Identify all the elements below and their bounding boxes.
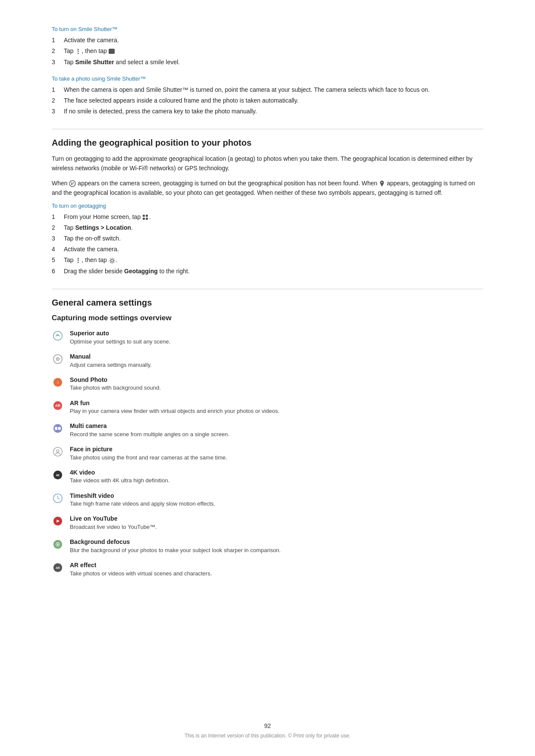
step-item: 2 The face selected appears inside a col… bbox=[52, 96, 483, 105]
svg-point-17 bbox=[53, 447, 62, 456]
mode-desc: Broadcast live video to YouTube™. bbox=[70, 523, 157, 531]
svg-text:♪: ♪ bbox=[57, 380, 59, 384]
svg-text:AR: AR bbox=[56, 566, 60, 569]
svg-text:AR: AR bbox=[55, 403, 60, 408]
mode-item-sound-photo: ♪ Sound Photo Take photos with backgroun… bbox=[52, 376, 483, 392]
svg-rect-16 bbox=[58, 427, 61, 430]
mode-title: AR fun bbox=[70, 399, 279, 408]
mode-item-timeshift: Timeshift video Take high frame rate vid… bbox=[52, 492, 483, 508]
svg-point-14 bbox=[53, 424, 62, 433]
take-photo-steps-list: 1 When the camera is open and Smile Shut… bbox=[52, 85, 483, 116]
multi-camera-icon bbox=[52, 422, 64, 434]
geotagging-intro1: Turn on geotagging to add the approximat… bbox=[52, 154, 483, 173]
mode-title: Manual bbox=[70, 353, 152, 361]
mode-desc: Adjust camera settings manually. bbox=[70, 361, 152, 369]
dots-icon: ⋮ bbox=[75, 47, 81, 56]
step-item: 3 Tap the on-off switch. bbox=[52, 234, 483, 243]
turn-on-geotagging-link[interactable]: To turn on geotagging bbox=[52, 203, 483, 209]
mode-desc: Take high frame rate videos and apply sl… bbox=[70, 500, 215, 508]
geotagging-intro2: When appears on the camera screen, geota… bbox=[52, 178, 483, 198]
mode-title: 4K video bbox=[70, 469, 169, 477]
mode-desc: Take photos using the front and rear cam… bbox=[70, 454, 227, 462]
svg-point-18 bbox=[56, 450, 59, 452]
mode-item-youtube: Live on YouTube Broadcast live video to … bbox=[52, 515, 483, 531]
gear-icon bbox=[109, 257, 116, 264]
timeshift-icon bbox=[52, 492, 64, 504]
step-item: 1 When the camera is open and Smile Shut… bbox=[52, 85, 483, 94]
mode-desc: Play in your camera view finder with vir… bbox=[70, 407, 279, 415]
svg-point-5 bbox=[111, 259, 113, 262]
mode-item-4k-video: 4K 4K video Take videos with 4K ultra hi… bbox=[52, 469, 483, 485]
manual-icon bbox=[52, 353, 64, 365]
mode-title: Live on YouTube bbox=[70, 515, 157, 523]
location-icon bbox=[379, 180, 385, 187]
mode-desc: Record the same scene from multiple angl… bbox=[70, 431, 229, 438]
geotagging-steps-list: 1 From your Home screen, tap . 2 Tap Set… bbox=[52, 212, 483, 276]
page-number: 92 bbox=[0, 722, 535, 729]
mode-desc: Optimise your settings to suit any scene… bbox=[70, 338, 170, 346]
page-footer: 92 This is an Internet version of this p… bbox=[0, 722, 535, 739]
svg-point-9 bbox=[57, 359, 59, 360]
mode-title: Sound Photo bbox=[70, 376, 161, 384]
mode-desc: Take photos or videos with virtual scene… bbox=[70, 570, 212, 578]
mode-desc: Blur the background of your photos to ma… bbox=[70, 547, 281, 554]
svg-rect-2 bbox=[146, 215, 148, 217]
grid-icon bbox=[142, 214, 149, 221]
step-item: 1 Activate the camera. bbox=[52, 36, 483, 45]
mode-item-multi-camera: Multi camera Record the same scene from … bbox=[52, 422, 483, 438]
step-item: 5 Tap ⋮, then tap . bbox=[52, 256, 483, 265]
mode-title: Superior auto bbox=[70, 329, 170, 338]
settings-location-bold: Settings > Location bbox=[75, 224, 131, 231]
sound-photo-icon: ♪ bbox=[52, 376, 64, 388]
take-photo-smile-shutter-link[interactable]: To take a photo using Smile Shutter™ bbox=[52, 75, 483, 82]
map-icon bbox=[69, 180, 76, 187]
camera-icon bbox=[109, 49, 115, 54]
ar-fun-icon: AR bbox=[52, 400, 64, 412]
step-item: 6 Drag the slider beside Geotagging to t… bbox=[52, 267, 483, 276]
step-item: 3 If no smile is detected, press the cam… bbox=[52, 107, 483, 116]
turn-on-smile-shutter-link[interactable]: To turn on Smile Shutter™ bbox=[52, 26, 483, 32]
step-item: 1 From your Home screen, tap . bbox=[52, 212, 483, 222]
mode-item-ar-effect: AR AR effect Take photos or videos with … bbox=[52, 561, 483, 578]
svg-rect-4 bbox=[146, 218, 148, 220]
svg-rect-15 bbox=[55, 427, 57, 430]
step-item: 3 Tap Smile Shutter and select a smile l… bbox=[52, 58, 483, 67]
mode-title: Multi camera bbox=[70, 422, 229, 431]
capturing-overview-title: Capturing mode settings overview bbox=[52, 314, 483, 322]
mode-title: AR effect bbox=[70, 561, 212, 570]
capturing-modes-list: Superior auto Optimise your settings to … bbox=[52, 329, 483, 578]
general-camera-title: General camera settings bbox=[52, 298, 483, 308]
mode-title: Face in picture bbox=[70, 445, 227, 454]
geotagging-section-title: Adding the geographical position to your… bbox=[52, 138, 483, 148]
section-divider bbox=[52, 129, 483, 129]
section-divider-2 bbox=[52, 289, 483, 289]
step-item: 2 Tap Settings > Location. bbox=[52, 223, 483, 232]
svg-rect-1 bbox=[143, 215, 145, 217]
mode-item-bg-defocus: Background defocus Blur the background o… bbox=[52, 538, 483, 554]
smile-shutter-bold: Smile Shutter bbox=[75, 59, 114, 66]
mode-desc: Take videos with 4K ultra high definitio… bbox=[70, 477, 169, 484]
step-item: 2 Tap ⋮, then tap bbox=[52, 47, 483, 56]
bg-defocus-icon bbox=[52, 538, 64, 550]
mode-item-face-in-picture: Face in picture Take photos using the fr… bbox=[52, 445, 483, 462]
svg-text:4K: 4K bbox=[56, 474, 60, 477]
mode-item-manual: Manual Adjust camera settings manually. bbox=[52, 353, 483, 369]
mode-item-superior-auto: Superior auto Optimise your settings to … bbox=[52, 329, 483, 346]
superior-auto-icon bbox=[52, 330, 64, 342]
mode-item-ar-fun: AR AR fun Play in your camera view finde… bbox=[52, 399, 483, 415]
dots-icon: ⋮ bbox=[75, 256, 81, 265]
svg-point-26 bbox=[57, 544, 58, 545]
mode-title: Background defocus bbox=[70, 538, 281, 547]
turn-on-steps-list: 1 Activate the camera. 2 Tap ⋮, then tap… bbox=[52, 36, 483, 67]
step-item: 4 Activate the camera. bbox=[52, 245, 483, 254]
page-content: To turn on Smile Shutter™ 1 Activate the… bbox=[0, 0, 535, 756]
4k-video-icon: 4K bbox=[52, 469, 64, 481]
svg-rect-3 bbox=[143, 218, 145, 220]
face-in-picture-icon bbox=[52, 446, 64, 458]
footer-text: This is an Internet version of this publ… bbox=[185, 733, 350, 739]
youtube-icon bbox=[52, 515, 64, 527]
geotagging-bold: Geotagging bbox=[124, 268, 158, 275]
ar-effect-icon: AR bbox=[52, 562, 64, 574]
mode-desc: Take photos with background sound. bbox=[70, 384, 161, 392]
mode-title: Timeshift video bbox=[70, 492, 215, 500]
